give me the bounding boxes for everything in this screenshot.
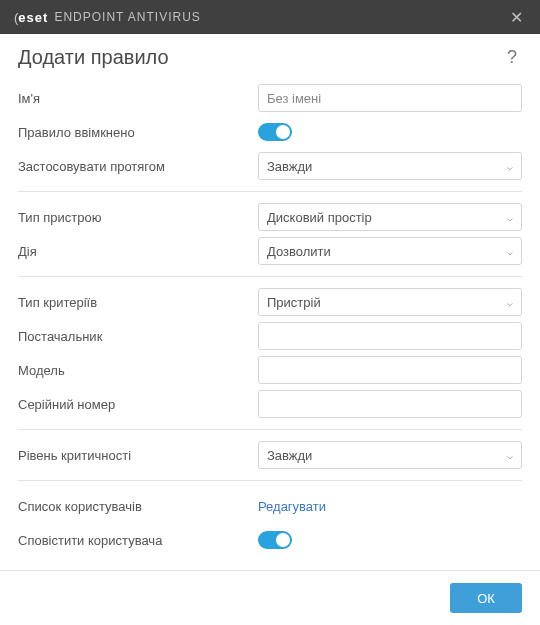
chevron-down-icon: ⌵ — [507, 450, 513, 461]
row-device-type: Тип пристрою Дисковий простір ⌵ — [18, 200, 522, 234]
vendor-label: Постачальник — [18, 329, 258, 344]
user-list-edit-link[interactable]: Редагувати — [258, 499, 326, 514]
apply-during-label: Застосовувати протягом — [18, 159, 258, 174]
divider — [18, 429, 522, 430]
user-list-label: Список користувачів — [18, 499, 258, 514]
row-vendor: Постачальник — [18, 319, 522, 353]
form-area: Ім'я Правило ввімкнено Застосовувати про… — [0, 77, 540, 557]
name-input[interactable] — [258, 84, 522, 112]
row-apply-during: Застосовувати протягом Завжди ⌵ — [18, 149, 522, 183]
chevron-down-icon: ⌵ — [507, 212, 513, 223]
device-type-select[interactable]: Дисковий простір ⌵ — [258, 203, 522, 231]
row-notify-user: Сповістити користувача — [18, 523, 522, 557]
enabled-label: Правило ввімкнено — [18, 125, 258, 140]
brand-logo: eset ENDPOINT ANTIVIRUS — [14, 10, 201, 25]
chevron-down-icon: ⌵ — [507, 246, 513, 257]
severity-value: Завжди — [267, 448, 312, 463]
ok-button[interactable]: ОК — [450, 583, 522, 613]
action-label: Дія — [18, 244, 258, 259]
device-type-value: Дисковий простір — [267, 210, 372, 225]
notify-user-label: Сповістити користувача — [18, 533, 258, 548]
chevron-down-icon: ⌵ — [507, 297, 513, 308]
row-model: Модель — [18, 353, 522, 387]
action-select[interactable]: Дозволити ⌵ — [258, 237, 522, 265]
notify-user-toggle[interactable] — [258, 531, 292, 549]
apply-during-value: Завжди — [267, 159, 312, 174]
chevron-down-icon: ⌵ — [507, 161, 513, 172]
row-severity: Рівень критичності Завжди ⌵ — [18, 438, 522, 472]
serial-label: Серійний номер — [18, 397, 258, 412]
divider — [18, 276, 522, 277]
criteria-type-label: Тип критеріїв — [18, 295, 258, 310]
criteria-type-select[interactable]: Пристрій ⌵ — [258, 288, 522, 316]
help-button[interactable]: ? — [502, 47, 522, 68]
enabled-toggle[interactable] — [258, 123, 292, 141]
row-enabled: Правило ввімкнено — [18, 115, 522, 149]
close-button[interactable]: ✕ — [502, 3, 530, 31]
page-header: Додати правило ? — [0, 34, 540, 77]
model-label: Модель — [18, 363, 258, 378]
row-user-list: Список користувачів Редагувати — [18, 489, 522, 523]
model-input[interactable] — [258, 356, 522, 384]
footer: ОК — [0, 570, 540, 625]
product-name: ENDPOINT ANTIVIRUS — [54, 10, 200, 24]
vendor-input[interactable] — [258, 322, 522, 350]
severity-select[interactable]: Завжди ⌵ — [258, 441, 522, 469]
serial-input[interactable] — [258, 390, 522, 418]
brand-name: eset — [14, 10, 48, 25]
device-type-label: Тип пристрою — [18, 210, 258, 225]
row-action: Дія Дозволити ⌵ — [18, 234, 522, 268]
action-value: Дозволити — [267, 244, 331, 259]
criteria-type-value: Пристрій — [267, 295, 321, 310]
divider — [18, 480, 522, 481]
apply-during-select[interactable]: Завжди ⌵ — [258, 152, 522, 180]
help-icon: ? — [507, 47, 517, 67]
row-name: Ім'я — [18, 81, 522, 115]
severity-label: Рівень критичності — [18, 448, 258, 463]
divider — [18, 191, 522, 192]
titlebar: eset ENDPOINT ANTIVIRUS ✕ — [0, 0, 540, 34]
name-label: Ім'я — [18, 91, 258, 106]
row-criteria-type: Тип критеріїв Пристрій ⌵ — [18, 285, 522, 319]
row-serial: Серійний номер — [18, 387, 522, 421]
page-title: Додати правило — [18, 46, 169, 69]
close-icon: ✕ — [510, 8, 523, 27]
